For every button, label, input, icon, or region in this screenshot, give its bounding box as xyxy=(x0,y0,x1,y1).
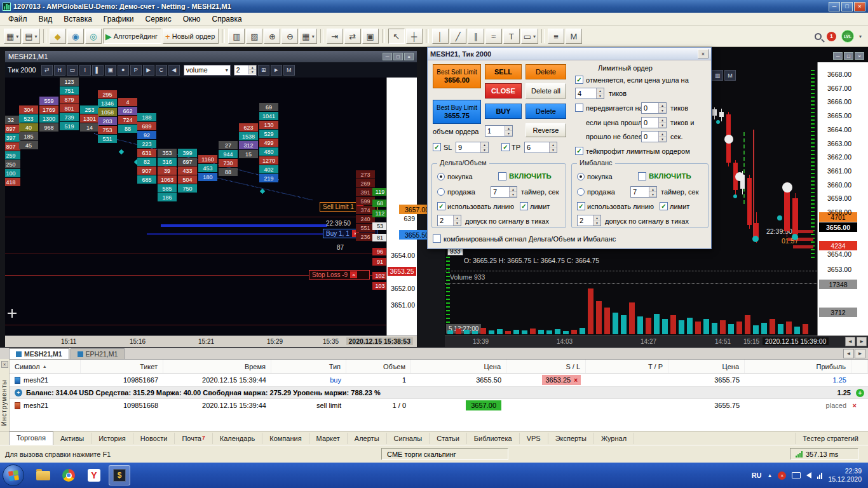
zoom-in-button[interactable]: ⊕ xyxy=(264,29,280,44)
spinner-icon[interactable]: ▲▼ xyxy=(509,187,517,197)
left-time-axis[interactable]: 2020.12.15 15:38:53 15:1115:1615:2115:29… xyxy=(5,336,417,347)
bottom-tab-12[interactable]: Библиотека xyxy=(467,433,520,444)
volume-mode-select[interactable]: volume▾ xyxy=(184,65,231,76)
chart-close-button[interactable]: × xyxy=(404,53,414,60)
spinner-icon[interactable]: ▲▼ xyxy=(505,126,512,136)
menu-item-1[interactable]: Файл xyxy=(3,13,33,25)
column-header-3[interactable]: Время xyxy=(163,360,271,373)
buy-position-line[interactable] xyxy=(161,224,327,227)
toolbar-overflow-icon[interactable]: ▾ xyxy=(859,34,862,39)
tile-windows-button[interactable]: ▦▾ xyxy=(299,29,316,44)
chart-profiles-button[interactable]: ▤▾ xyxy=(22,29,39,44)
crosshair-button[interactable]: ┼ xyxy=(406,29,423,44)
column-header-7[interactable]: S / L xyxy=(506,360,586,373)
bottom-tab-5[interactable]: Почта7 xyxy=(175,433,212,444)
combined-signal-checkbox[interactable] xyxy=(433,234,441,243)
imbalance-use-line-checkbox[interactable]: ✓ xyxy=(577,202,585,210)
sl-checkbox[interactable]: ✓ xyxy=(433,143,441,151)
best-buy-limit-button[interactable]: Best Buy Limit 3655.75 xyxy=(433,100,481,124)
column-header-9[interactable]: Цена xyxy=(668,360,745,373)
chart-tab-1[interactable]: MESH21,M1 xyxy=(9,348,69,359)
grid-button[interactable]: ▣ xyxy=(362,29,379,44)
column-header-6[interactable]: Цена xyxy=(411,360,506,373)
menu-item-5[interactable]: Сервис xyxy=(140,13,177,25)
lvl-badge-icon[interactable]: LVL xyxy=(841,30,854,43)
imbalance-enable-checkbox[interactable] xyxy=(638,172,646,180)
column-header-4[interactable]: Тип xyxy=(271,360,346,373)
tray-display-icon[interactable] xyxy=(792,472,801,478)
sl-input[interactable]: 9▲▼ xyxy=(456,142,489,153)
move-ticks-input[interactable]: 0▲▼ xyxy=(641,102,667,114)
delete-buy-button[interactable]: Delete xyxy=(526,104,566,119)
chart-restore-button[interactable]: □ xyxy=(393,53,403,60)
menu-item-6[interactable]: Окно xyxy=(177,13,207,25)
cluster-tool-7[interactable]: ● xyxy=(118,65,129,76)
close-position-button[interactable]: CLOSE xyxy=(485,83,522,98)
cluster-tool-9[interactable]: ▶ xyxy=(143,65,154,76)
column-header-5[interactable]: Объем xyxy=(346,360,411,373)
bottom-tab-4[interactable]: Новости xyxy=(133,433,175,444)
cancel-ticks-input[interactable]: 4▲▼ xyxy=(575,88,604,99)
alerts-button[interactable]: ◆ xyxy=(50,29,66,44)
cluster-tool-x2[interactable]: ► xyxy=(271,65,282,76)
cluster-tool-10[interactable]: C xyxy=(156,65,167,76)
remove-sl-icon[interactable]: × xyxy=(574,377,578,384)
chart-close-button[interactable]: × xyxy=(855,52,864,60)
delta-timer-input[interactable]: 7▲▼ xyxy=(491,186,517,198)
autoscroll-button[interactable]: ⇥ xyxy=(327,29,343,44)
tray-volume-icon[interactable] xyxy=(806,472,811,478)
sell-button[interactable]: SELL xyxy=(485,64,522,79)
cancel-order-icon[interactable]: × xyxy=(853,402,857,409)
bottom-tab-9[interactable]: Алерты xyxy=(348,433,387,444)
text-button[interactable]: T xyxy=(503,29,520,44)
dialog-close-button[interactable]: × xyxy=(698,49,709,58)
scroll-left-icon[interactable]: ◄ xyxy=(845,337,855,346)
bottom-tab-10[interactable]: Сигналы xyxy=(387,433,430,444)
table-row[interactable]: mesh211098516672020.12.15 15:39:44buy136… xyxy=(10,374,868,386)
table-row[interactable]: mesh211098516682020.12.15 15:39:44sell l… xyxy=(10,399,868,412)
move-checkbox[interactable] xyxy=(575,104,583,112)
notification-badge[interactable]: 1 xyxy=(827,32,836,41)
taskbar-explorer-icon[interactable] xyxy=(32,465,54,485)
candle-style-button[interactable]: ≡ xyxy=(548,29,564,44)
right-time-axis[interactable]: 2020.12.15 15:39:00 ◄ ► 13:3914:0314:271… xyxy=(445,336,868,347)
right-chart-tool-2[interactable]: M xyxy=(724,70,736,81)
bottom-tab-11[interactable]: Статьи xyxy=(430,433,467,444)
close-panel-icon[interactable]: × xyxy=(1,361,8,368)
cluster-tool-x1[interactable]: ⊞ xyxy=(258,65,269,76)
new-order-button[interactable]: +Новый ордер xyxy=(163,29,219,44)
shapes-button[interactable]: ▭▾ xyxy=(521,29,538,44)
community-button[interactable]: ◎ xyxy=(85,29,102,44)
chart-shift-button[interactable]: ⇄ xyxy=(344,29,361,44)
bottom-tab-14[interactable]: Эксперты xyxy=(548,433,594,444)
column-header-1[interactable]: Символ▲ xyxy=(10,360,81,373)
chart-tab-2[interactable]: EPH21,M1 xyxy=(71,348,125,359)
timeframe-button[interactable]: M xyxy=(566,29,582,44)
bottom-tab-15[interactable]: Журнал xyxy=(594,433,634,444)
delta-use-line-checkbox[interactable]: ✓ xyxy=(437,202,445,210)
bottom-tab-13[interactable]: VPS xyxy=(520,433,548,444)
cluster-tool-4[interactable]: I xyxy=(79,65,91,76)
new-chart-button[interactable]: ▦▾ xyxy=(4,29,21,44)
cluster-tool-x3[interactable]: M xyxy=(283,65,295,76)
tray-expand-icon[interactable]: ▲ xyxy=(768,473,773,478)
refresh-button[interactable]: ◉ xyxy=(67,29,84,44)
taskbar-terminal-icon[interactable]: $ xyxy=(109,465,130,485)
bottom-tab-1[interactable]: Торговля xyxy=(9,431,53,445)
left-chart-titlebar[interactable]: MESH21,M1 ─ □ × xyxy=(5,51,417,62)
dialog-titlebar[interactable]: MESH21, Тик 2000 × xyxy=(428,48,711,60)
start-button[interactable] xyxy=(3,464,24,486)
column-header-10[interactable]: Прибыль xyxy=(745,360,851,373)
fibo-button[interactable]: ≈ xyxy=(485,29,502,44)
column-header-2[interactable]: Тикет xyxy=(81,360,163,373)
bottom-tab-3[interactable]: История xyxy=(92,433,133,444)
channel-button[interactable]: ∥ xyxy=(468,29,484,44)
minimize-button[interactable]: ─ xyxy=(829,2,840,11)
tp-checkbox[interactable]: ✓ xyxy=(501,143,510,151)
best-sell-limit-button[interactable]: Best Sell Limit 3656.00 xyxy=(433,64,481,88)
passed-ticks-input[interactable]: 0▲▼ xyxy=(641,117,667,128)
taskbar-chrome-icon[interactable] xyxy=(58,465,79,485)
delta-tolerance-input[interactable]: 2▲▼ xyxy=(437,215,461,226)
cluster-tool-2[interactable]: H xyxy=(54,65,65,76)
right-price-axis[interactable]: 4701 3656.00 4234 3668.003667.003666.003… xyxy=(817,62,868,336)
